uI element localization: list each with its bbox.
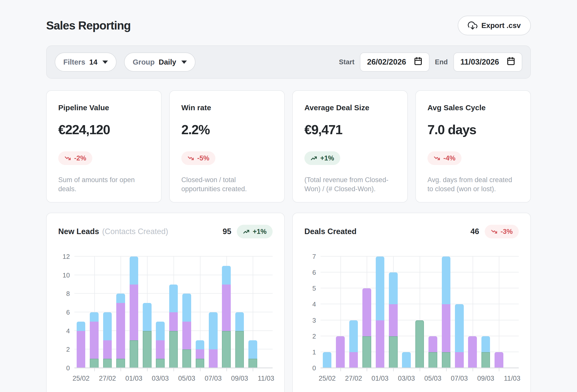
bar-slot — [259, 257, 273, 368]
bar-segment-purple — [376, 320, 385, 368]
kpi-title: Pipeline Value — [58, 103, 150, 112]
bar-segment-purple — [169, 312, 178, 331]
bar-segment-purple — [222, 285, 231, 331]
bar-slot — [246, 257, 259, 368]
delta-value: -3% — [501, 228, 513, 236]
bar-05-03 — [428, 257, 437, 368]
chart-total: 46 — [471, 227, 479, 236]
chart-header: Deals Created46-3% — [304, 225, 519, 238]
bar-segment-purple — [156, 340, 165, 359]
bar-01-03 — [376, 257, 385, 368]
chevron-down-icon — [102, 61, 108, 64]
chart-header: New Leads(Contacts Created)95+1% — [58, 225, 273, 238]
bar-25-02 — [77, 257, 85, 368]
bar-segment-green — [156, 359, 165, 368]
bar-03-03 — [402, 257, 411, 368]
bar-slot — [373, 257, 387, 368]
x-axis-label: 27/02 — [99, 375, 116, 382]
kpi-value: €224,120 — [58, 122, 150, 137]
kpi-description: Sum of amounts for open deals. — [58, 176, 150, 193]
calendar-icon[interactable] — [507, 57, 515, 67]
y-axis-label: 2 — [66, 346, 70, 353]
chevron-down-icon — [181, 61, 187, 64]
bar-segment-purple — [495, 352, 503, 368]
page-header: Sales Reporting Export .csv — [46, 16, 531, 35]
chart-plot-area: 01234567 — [321, 257, 519, 368]
x-axis-label: 11/03 — [258, 375, 274, 382]
bar-04-03 — [169, 257, 178, 368]
bar-slot — [114, 257, 127, 368]
bar-07-03 — [209, 257, 218, 368]
bar-02-03 — [143, 257, 152, 368]
bar-slot — [74, 257, 88, 368]
charts-row: New Leads(Contacts Created)95+1%02468101… — [46, 213, 531, 392]
bar-segment-green — [182, 349, 191, 368]
bar-segment-green — [143, 331, 152, 368]
bar-segment-blue — [389, 272, 398, 304]
chart-subtitle: (Contacts Created) — [102, 227, 168, 236]
bar-segment-green — [481, 352, 490, 368]
kpi-card: Pipeline Value€224,120-2%Sum of amounts … — [46, 90, 162, 203]
bar-segment-purple — [468, 336, 477, 368]
kpi-card: Avg Sales Cycle7.0 days-4%Avg. days from… — [415, 90, 531, 203]
bar-segment-purple — [77, 331, 85, 368]
bar-01-03 — [130, 257, 138, 368]
bar-segment-purple — [182, 322, 191, 350]
y-axis-label: 3 — [312, 317, 316, 324]
bar-segment-purple — [116, 303, 125, 359]
export-csv-label: Export .csv — [481, 21, 521, 30]
bar-26-02 — [90, 257, 99, 368]
bar-08-03 — [222, 257, 231, 368]
bar-segment-blue — [349, 320, 358, 352]
delta-value: -2% — [74, 154, 86, 162]
page-title: Sales Reporting — [46, 19, 131, 32]
bar-05-03 — [182, 257, 191, 368]
bar-segment-green — [362, 336, 371, 368]
bar-slot — [492, 257, 505, 368]
calendar-icon[interactable] — [414, 57, 422, 67]
bar-slot — [193, 257, 207, 368]
bar-segment-blue — [103, 312, 112, 340]
export-csv-button[interactable]: Export .csv — [458, 16, 531, 35]
start-date-input[interactable]: 26/02/2026 — [360, 52, 429, 72]
delta-badge: -4% — [427, 151, 461, 165]
kpi-badge-row: -2% — [58, 151, 150, 165]
filters-dropdown[interactable]: Filters 14 — [55, 52, 117, 72]
bar-segment-blue — [376, 257, 385, 320]
kpi-title: Average Deal Size — [304, 103, 396, 112]
bar-segment-green — [442, 352, 451, 368]
bar-segment-purple — [389, 304, 398, 336]
bar-segment-blue — [116, 294, 125, 303]
x-axis-label: 03/03 — [152, 375, 169, 382]
bar-segment-blue — [156, 322, 165, 340]
trending-down-icon — [491, 228, 498, 235]
bar-slot — [360, 257, 373, 368]
group-dropdown[interactable]: Group Daily — [124, 52, 195, 72]
delta-badge: -3% — [485, 225, 519, 238]
chart-header-right: 95+1% — [223, 225, 273, 238]
bar-segment-purple — [130, 285, 138, 340]
y-axis-label: 4 — [66, 328, 70, 334]
bar-slot — [140, 257, 154, 368]
bar-segment-green — [428, 352, 437, 368]
kpi-title: Win rate — [181, 103, 273, 112]
bar-slot — [88, 257, 101, 368]
kpi-value: 7.0 days — [427, 122, 519, 137]
y-axis-label: 10 — [63, 272, 70, 278]
bar-segment-blue — [130, 257, 138, 285]
bar-segment-blue — [169, 285, 178, 313]
x-axis-label: 07/03 — [451, 375, 468, 382]
end-date-input[interactable]: 11/03/2026 — [453, 52, 522, 72]
y-axis-label: 0 — [312, 365, 316, 371]
bar-segment-blue — [235, 312, 244, 331]
bar-slot — [101, 257, 114, 368]
chart-card: Deals Created46-3%0123456725/0227/0201/0… — [292, 213, 531, 392]
bar-segment-green — [235, 331, 244, 368]
bar-segment-green — [169, 331, 178, 368]
trending-up-icon — [310, 155, 317, 162]
x-axis-label: 25/02 — [72, 375, 90, 382]
bar-segment-blue — [209, 312, 218, 349]
trending-down-icon — [187, 155, 194, 162]
bar-08-03 — [468, 257, 477, 368]
bar-slot — [400, 257, 413, 368]
